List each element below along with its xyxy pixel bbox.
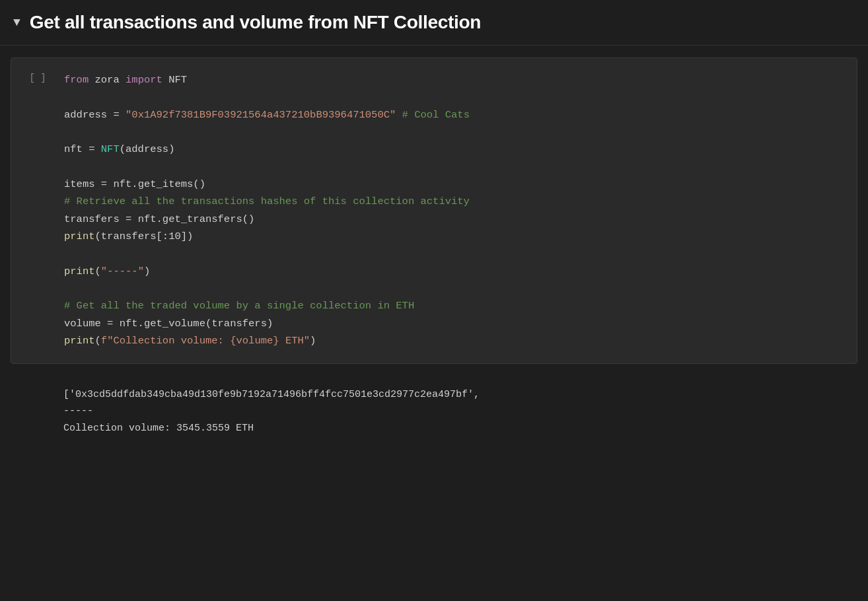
operator-token: = (95, 178, 114, 190)
keyword-token: from (64, 74, 89, 86)
plain-token: ) (310, 335, 316, 347)
comment-token: # Retrieve all the transactions hashes o… (64, 195, 470, 207)
string-token: "Collection volume: {volume} ETH" (107, 335, 310, 347)
plain-token: volume (64, 318, 101, 330)
fstring-prefix-token: f (101, 335, 107, 347)
plain-token: (transfers[:10]) (95, 230, 194, 242)
code-line: items = nft.get_items() (64, 176, 844, 193)
plain-token: transfers (64, 213, 120, 225)
code-block[interactable]: from zora import NFTaddress = "0x1A92f73… (64, 71, 844, 350)
operator-token: = (101, 318, 120, 330)
function-token: print (64, 230, 95, 242)
plain-token: nft.get_transfers() (138, 213, 255, 225)
code-line: volume = nft.get_volume(transfers) (64, 315, 844, 332)
output-line: Collection volume: 3545.3559 ETH (63, 420, 844, 437)
plain-token: nft.get_volume(transfers) (120, 318, 273, 330)
cell-counter: [ ] (11, 71, 64, 83)
code-line: transfers = nft.get_transfers() (64, 211, 844, 228)
comment-token: # Get all the traded volume by a single … (64, 300, 414, 312)
page-title: Get all transactions and volume from NFT… (30, 12, 481, 33)
plain-token: address (64, 109, 107, 121)
code-line: print(f"Collection volume: {volume} ETH"… (64, 332, 844, 349)
plain-token: (address) (120, 143, 175, 155)
import-keyword-token: import (126, 74, 163, 86)
comment-token: # Cool Cats (396, 109, 470, 121)
plain-token: ( (95, 335, 101, 347)
operator-token: = (83, 143, 101, 155)
cell-content: [ ] from zora import NFTaddress = "0x1A9… (11, 71, 844, 350)
string-token: "0x1A92f7381B9F03921564a437210bB93964710… (126, 109, 396, 121)
plain-token: ( (95, 265, 101, 277)
code-line: # Retrieve all the transactions hashes o… (64, 193, 844, 210)
string-token: "-----" (101, 265, 144, 277)
plain-token: nft.get_items() (113, 178, 205, 190)
output-line: ['0x3cd5ddfdab349cba49d130fe9b7192a71496… (63, 386, 844, 404)
code-line: print(transfers[:10]) (64, 228, 844, 245)
plain-token: items (64, 178, 95, 190)
operator-token: = (107, 109, 126, 121)
header: ▼ Get all transactions and volume from N… (0, 0, 868, 46)
plain-token: zora (89, 74, 126, 86)
output-line: ----- (63, 403, 844, 420)
code-line: from zora import NFT (64, 71, 844, 88)
function-token: print (64, 265, 95, 277)
chevron-icon[interactable]: ▼ (13, 16, 20, 29)
operator-token: = (120, 213, 138, 225)
class-name-token: NFT (101, 143, 120, 155)
plain-token: nft (64, 143, 83, 155)
code-line: address = "0x1A92f7381B9F03921564a437210… (64, 106, 844, 124)
code-line: nft = NFT(address) (64, 141, 844, 158)
notebook-cell: [ ] from zora import NFTaddress = "0x1A9… (11, 57, 857, 364)
output-section: ['0x3cd5ddfdab349cba49d130fe9b7192a71496… (11, 376, 857, 448)
plain-token: NFT (163, 74, 187, 86)
code-line: print("-----") (64, 263, 844, 280)
function-token: print (64, 335, 95, 347)
code-line: # Get all the traded volume by a single … (64, 297, 844, 314)
plain-token: ) (144, 265, 150, 277)
